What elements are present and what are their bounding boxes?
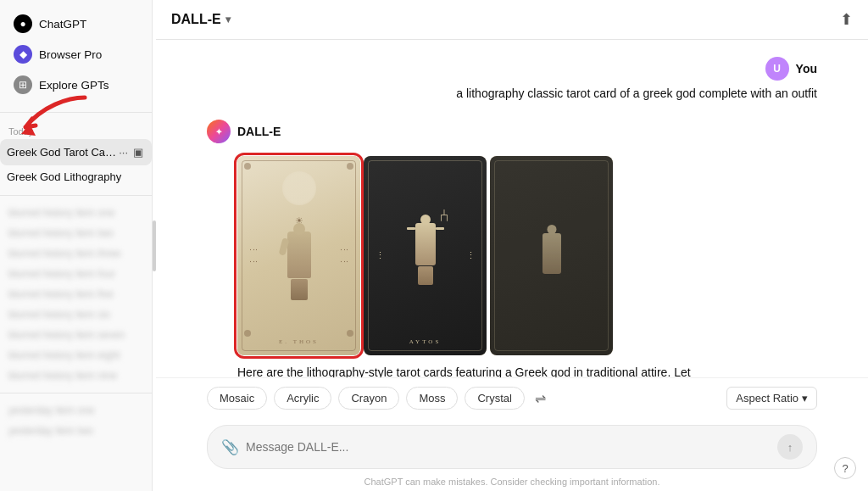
card2-label: AYTOS xyxy=(364,338,487,345)
dalle-message-row: ✦ DALL-E ⋮ ⋮ ⋮ ⋮ ☀ xyxy=(207,120,817,377)
blurred-item-2: blurred history item two xyxy=(0,223,152,243)
shuffle-button[interactable]: ⇌ xyxy=(535,390,546,406)
title-chevron: ▾ xyxy=(225,14,231,25)
blurred-item-5: blurred history item five xyxy=(0,284,152,304)
send-button[interactable]: ↑ xyxy=(777,434,803,460)
user-message-row: U You a lithography classic tarot card o… xyxy=(207,57,817,103)
sidebar-browserpro-label: Browser Pro xyxy=(39,48,102,61)
tarot-card-1[interactable]: ⋮ ⋮ ⋮ ⋮ ☀ E. THOS xyxy=(237,156,360,355)
aspect-ratio-button[interactable]: Aspect Ratio ▾ xyxy=(726,387,817,410)
aspect-ratio-label: Aspect Ratio xyxy=(736,392,798,405)
user-label: You xyxy=(796,62,817,75)
more-options-icon[interactable]: ··· xyxy=(117,144,130,160)
style-pill-crystal[interactable]: Crystal xyxy=(465,387,524,410)
blurred-item-9: blurred history item nine xyxy=(0,365,152,386)
style-pill-crayon[interactable]: Crayon xyxy=(338,387,399,410)
blurred-item-1: blurred history item one xyxy=(0,203,152,223)
chat-area: U You a lithography classic tarot card o… xyxy=(156,40,868,377)
blurred-item-4: blurred history item four xyxy=(0,264,152,284)
attach-icon: 📎 xyxy=(221,439,239,455)
today-label: Today xyxy=(0,120,152,139)
chatgpt-icon: ● xyxy=(14,14,32,33)
user-message-header: U You xyxy=(765,57,817,81)
user-message-text: a lithography classic tarot card of a gr… xyxy=(456,85,817,103)
blurred-item-6: blurred history item six xyxy=(0,304,152,325)
sidebar: ● ChatGPT ◆ Browser Pro ⊞ Explore GPTs T… xyxy=(0,0,153,491)
chat-label-greek-litho: Greek God Lithography xyxy=(7,170,145,183)
images-grid: ⋮ ⋮ ⋮ ⋮ ☀ E. THOS xyxy=(237,156,613,355)
blurred-item-7: blurred history item seven xyxy=(0,325,152,345)
header: DALL-E ▾ ⬆ xyxy=(156,0,868,40)
attach-button[interactable]: 📎 xyxy=(221,438,239,456)
sidebar-item-explore[interactable]: ⊞ Explore GPTs xyxy=(7,70,145,100)
style-pills-row: Mosaic Acrylic Crayon Moss Crystal ⇌ Asp… xyxy=(156,377,868,418)
dalle-message-header: ✦ DALL-E xyxy=(207,120,281,143)
user-avatar: U xyxy=(765,57,789,81)
tarot-card-2[interactable]: ⋮ ⋮ ⑃ AYTOS xyxy=(364,156,487,355)
sidebar-explore-label: Explore GPTs xyxy=(39,79,109,92)
app-title: DALL-E xyxy=(171,12,221,27)
style-pill-acrylic[interactable]: Acrylic xyxy=(274,387,331,410)
chat-item-greek-tarot[interactable]: Greek God Tarot Cards ··· ▣ xyxy=(0,139,152,165)
dalle-label: DALL-E xyxy=(237,125,281,138)
card1-label: E. THOS xyxy=(237,338,360,345)
main-content: DALL-E ▾ ⬆ U You a lithography classic t… xyxy=(156,0,868,491)
style-pill-mosaic[interactable]: Mosaic xyxy=(207,387,267,410)
sidebar-chatgpt-label: ChatGPT xyxy=(39,18,86,31)
blurred-item-11: yesterday item two xyxy=(0,421,152,441)
chat-label-greek-tarot: Greek God Tarot Cards xyxy=(7,146,117,159)
sidebar-divider-3 xyxy=(0,393,152,393)
blurred-item-8: blurred history item eight xyxy=(0,345,152,365)
input-area: 📎 ↑ xyxy=(156,418,868,472)
sidebar-top: ● ChatGPT ◆ Browser Pro ⊞ Explore GPTs xyxy=(0,0,152,105)
help-button[interactable]: ? xyxy=(834,457,856,479)
archive-icon[interactable]: ▣ xyxy=(131,144,145,160)
chat-item-greek-litho[interactable]: Greek God Lithography xyxy=(0,165,152,188)
chat-actions: ··· ▣ xyxy=(117,144,145,160)
sidebar-item-browserpro[interactable]: ◆ Browser Pro xyxy=(7,39,145,70)
dalle-response-text: Here are the lithography-style tarot car… xyxy=(237,364,695,377)
aspect-ratio-chevron: ▾ xyxy=(802,392,808,405)
header-title[interactable]: DALL-E ▾ xyxy=(171,12,231,27)
sidebar-divider xyxy=(0,112,152,113)
explore-icon: ⊞ xyxy=(14,75,32,94)
dalle-avatar: ✦ xyxy=(207,120,231,143)
tarot-card-3[interactable] xyxy=(490,156,613,355)
blurred-item-10: yesterday item one xyxy=(0,400,152,421)
style-pill-moss[interactable]: Moss xyxy=(406,387,458,410)
browserpro-icon: ◆ xyxy=(14,45,32,64)
send-icon: ↑ xyxy=(787,441,793,454)
upload-button[interactable]: ⬆ xyxy=(840,10,853,29)
sidebar-divider-2 xyxy=(0,195,152,196)
input-box: 📎 ↑ xyxy=(207,425,817,469)
message-input[interactable] xyxy=(246,440,771,454)
sidebar-item-chatgpt[interactable]: ● ChatGPT xyxy=(7,8,145,39)
blurred-item-3: blurred history item three xyxy=(0,243,152,264)
disclaimer: ChatGPT can make mistakes. Consider chec… xyxy=(156,472,868,491)
upload-icon: ⬆ xyxy=(840,11,853,28)
